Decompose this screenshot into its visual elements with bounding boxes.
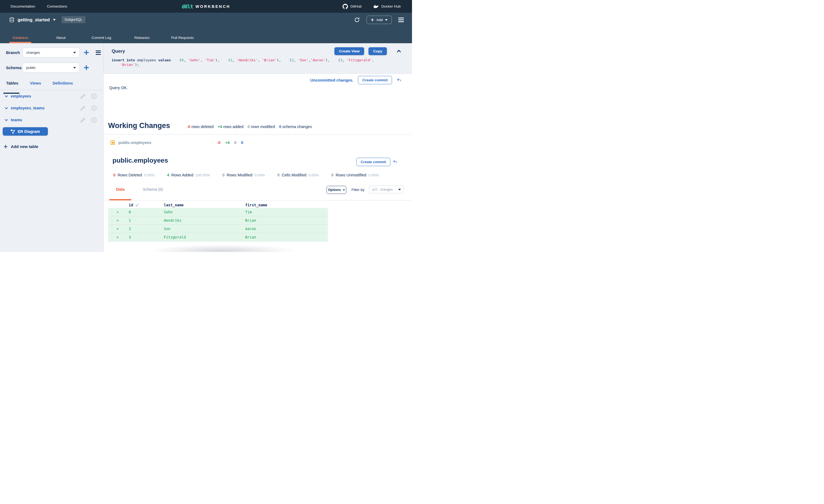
filter-select[interactable]: all changes — [369, 185, 404, 194]
chevron-down-icon[interactable] — [5, 107, 8, 109]
sidebar: Branch changes Schema public Tables View… — [0, 43, 104, 252]
sidebar-tab-tables[interactable]: Tables — [6, 80, 18, 90]
tab-pull-requests[interactable]: Pull Requests — [162, 36, 203, 43]
create-commit-button[interactable]: Create commit — [358, 76, 392, 84]
cell-id: 0 — [129, 210, 164, 214]
er-diagram-label: ER Diagram — [18, 129, 40, 134]
working-changes-title: Working Changes — [108, 122, 170, 130]
collapse-query-button[interactable] — [397, 50, 401, 53]
modified-table-icon — [111, 140, 115, 145]
table-list: employeesemployees_teamsteams — [0, 90, 103, 126]
tab-about[interactable]: About — [40, 36, 81, 43]
github-label: GitHub — [350, 4, 362, 8]
chevron-down-icon[interactable] — [5, 119, 8, 121]
nav-links: Documentation Connections — [0, 4, 67, 8]
copy-button[interactable]: Copy — [369, 47, 387, 55]
github-link[interactable]: GitHub — [342, 4, 362, 9]
cell-first-name: Brian — [245, 218, 256, 223]
run-table-query-icon[interactable] — [91, 105, 97, 111]
column-header-first-name[interactable]: first_name — [245, 203, 267, 207]
dolt-workbench-logo: d0lt WORKBENCH — [182, 4, 230, 9]
cell-id: 3 — [129, 235, 164, 239]
branch-menu-icon[interactable] — [96, 50, 101, 55]
add-button[interactable]: Add — [367, 16, 392, 24]
schema-label: Schema — [6, 66, 22, 70]
diff-create-commit-button[interactable]: Create commit — [356, 158, 390, 166]
docker-icon — [373, 4, 379, 9]
cell-last-name: Hendriks — [164, 218, 245, 223]
table-name[interactable]: teams — [11, 118, 22, 122]
edit-table-icon[interactable] — [80, 94, 86, 99]
changed-table-name[interactable]: public.employees — [118, 140, 151, 145]
sidebar-tab-definitions[interactable]: Definitions — [53, 80, 73, 90]
filter-by-label: Filter by — [351, 188, 365, 192]
tab-commit-log[interactable]: Commit Log — [81, 36, 122, 43]
add-new-table-label: Add new table — [11, 144, 38, 149]
primary-key-icon — [135, 203, 139, 207]
database-caret-down-icon[interactable] — [53, 19, 56, 21]
filter-caret-down-icon — [398, 189, 401, 191]
options-button[interactable]: Options — [327, 186, 346, 194]
run-table-query-icon[interactable] — [91, 94, 97, 99]
tab-data[interactable]: Data — [109, 187, 131, 192]
cell-last-name: Fitzgerald — [164, 235, 245, 239]
sidebar-tab-views[interactable]: Views — [30, 80, 41, 90]
branch-label: Branch — [6, 50, 22, 55]
refresh-icon[interactable] — [354, 17, 360, 23]
diff-stat: 0Rows Deleted0.00% — [113, 173, 154, 177]
table-row[interactable]: +1HendriksBrian — [108, 216, 328, 225]
database-name[interactable]: getting_started — [18, 17, 50, 22]
nav-link-documentation[interactable]: Documentation — [11, 4, 35, 8]
nav-external-links: GitHub Docker Hub — [342, 4, 412, 9]
column-header-id[interactable]: id — [129, 203, 133, 207]
sql-code-line: insert into employees values (0, 'Sehn',… — [112, 58, 404, 62]
column-header-last-name[interactable]: last_name — [164, 203, 245, 207]
docker-hub-link[interactable]: Docker Hub — [373, 4, 401, 9]
table-name[interactable]: employees_teams — [11, 106, 44, 110]
filter-value: all changes — [372, 188, 393, 192]
chevron-down-icon[interactable] — [5, 95, 8, 98]
uncommitted-changes-bar: Uncommitted changes. Create commit — [104, 74, 412, 87]
table-name[interactable]: employees — [11, 94, 31, 98]
add-new-table-button[interactable]: Add new table — [4, 144, 38, 149]
add-branch-icon[interactable] — [84, 50, 89, 55]
options-label: Options — [328, 188, 341, 192]
main-menu-icon[interactable] — [398, 18, 404, 22]
diff-stats-row: 0Rows Deleted0.00%4Rows Added100.00%0Row… — [104, 173, 412, 177]
table-diff-section: public.employees Create commit 0Rows Del… — [104, 157, 412, 241]
tab-schema[interactable]: Schema (0) — [143, 187, 163, 192]
diff-stat: 0Rows Modified0.00% — [222, 173, 265, 177]
table-row[interactable]: +2SonAaron — [108, 225, 328, 233]
dolt-workbench-app: Documentation Connections d0lt WORKBENCH… — [0, 0, 412, 252]
database-header: getting_started DoltgreSQL Add Database … — [0, 13, 412, 43]
tab-database[interactable]: Database — [0, 36, 40, 43]
table-body: +0SehnTim+1HendriksBrian+2SonAaron+3Fitz… — [104, 208, 412, 241]
schema-caret-down-icon — [73, 67, 76, 69]
branch-select[interactable]: changes — [22, 47, 80, 57]
nav-link-connections[interactable]: Connections — [47, 4, 67, 8]
create-view-button[interactable]: Create View — [334, 47, 364, 55]
edit-table-icon[interactable] — [80, 117, 86, 123]
er-diagram-button[interactable]: ER Diagram — [3, 127, 48, 136]
edit-table-icon[interactable] — [80, 105, 86, 111]
schema-select[interactable]: public — [22, 62, 80, 73]
uncommitted-changes-label: Uncommitted changes. — [310, 78, 353, 82]
add-schema-icon[interactable] — [84, 65, 89, 71]
database-selector[interactable]: getting_started DoltgreSQL — [9, 16, 85, 23]
query-status-message: Query OK. — [109, 86, 128, 90]
discard-changes-icon[interactable] — [397, 78, 402, 83]
diff-stat: 4Rows Added100.00% — [167, 173, 210, 177]
schema-row: Schema public — [0, 62, 103, 73]
sql-query-code[interactable]: insert into employees values (0, 'Sehn',… — [112, 58, 404, 67]
diff-discard-icon[interactable] — [393, 159, 398, 164]
github-icon — [342, 4, 348, 9]
run-table-query-icon[interactable] — [91, 117, 97, 123]
table-list-item: employees_teams — [0, 102, 103, 114]
row-added-marker: + — [116, 227, 129, 231]
active-tab-underline — [109, 199, 131, 201]
table-row[interactable]: +3FitzgeraldBrian — [108, 233, 328, 241]
tab-releases[interactable]: Releases — [122, 36, 162, 43]
table-row[interactable]: +0SehnTim — [108, 208, 328, 216]
add-button-label: Add — [376, 18, 383, 22]
table-list-item: employees — [0, 90, 103, 102]
